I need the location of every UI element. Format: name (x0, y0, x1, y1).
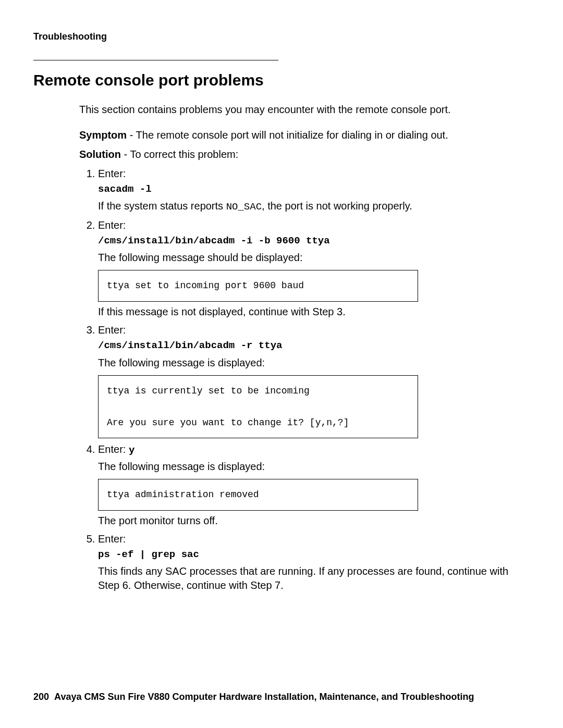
step-after: If this message is not displayed, contin… (98, 305, 530, 319)
command-text: /cms/install/bin/abcadm -r ttya (98, 339, 530, 353)
enter-label: Enter: (98, 443, 129, 455)
step-2: Enter: /cms/install/bin/abcadm -i -b 960… (98, 218, 530, 319)
step-4: Enter: y The following message is displa… (98, 442, 530, 527)
intro-text: This section contains problems you may e… (79, 103, 530, 117)
body: This section contains problems you may e… (79, 103, 530, 593)
step-after: This finds any SAC processes that are ru… (98, 564, 530, 593)
note-code: NO_SAC (226, 201, 262, 213)
command-text: /cms/install/bin/abcadm -i -b 9600 ttya (98, 235, 530, 248)
book-title: Avaya CMS Sun Fire V880 Computer Hardwar… (54, 692, 474, 702)
command-text: sacadm -l (98, 183, 530, 196)
message-intro: The following message should be displaye… (98, 251, 530, 265)
note-post: , the port is not working properly. (262, 200, 412, 212)
footer: 200Avaya CMS Sun Fire V880 Computer Hard… (33, 690, 474, 703)
solution-line: Solution - To correct this problem: (79, 147, 530, 162)
message-intro: The following message is displayed: (98, 356, 530, 370)
step-note: If the system status reports NO_SAC, the… (98, 199, 530, 214)
output-box: ttya is currently set to be incoming Are… (98, 375, 418, 439)
page: Troubleshooting Remote console port prob… (0, 0, 563, 728)
solution-label: Solution (79, 149, 121, 160)
message-intro: The following message is displayed: (98, 460, 530, 474)
solution-text: - To correct this problem: (121, 149, 238, 160)
output-box: ttya administration removed (98, 479, 418, 511)
enter-label: Enter: (98, 324, 126, 336)
note-pre: If the system status reports (98, 200, 226, 212)
symptom-text: - The remote console port will not initi… (127, 129, 448, 141)
output-box: ttya set to incoming port 9600 baud (98, 270, 418, 302)
steps-list: Enter: sacadm -l If the system status re… (79, 167, 530, 593)
enter-label: Enter: (98, 219, 126, 231)
enter-label: Enter: (98, 533, 126, 545)
section-rule (33, 60, 278, 60)
step-5: Enter: ps -ef | grep sac This finds any … (98, 532, 530, 593)
running-head: Troubleshooting (33, 30, 107, 43)
enter-label: Enter: (98, 168, 126, 179)
step-3: Enter: /cms/install/bin/abcadm -r ttya T… (98, 323, 530, 438)
command-text: ps -ef | grep sac (98, 548, 530, 562)
command-text: y (129, 445, 134, 456)
symptom-line: Symptom - The remote console port will n… (79, 128, 530, 142)
content-area: Remote console port problems This sectio… (33, 60, 530, 597)
section-title: Remote console port problems (33, 70, 530, 91)
symptom-label: Symptom (79, 129, 127, 141)
step-1: Enter: sacadm -l If the system status re… (98, 167, 530, 214)
step-after: The port monitor turns off. (98, 514, 530, 528)
page-number: 200 (33, 690, 49, 703)
